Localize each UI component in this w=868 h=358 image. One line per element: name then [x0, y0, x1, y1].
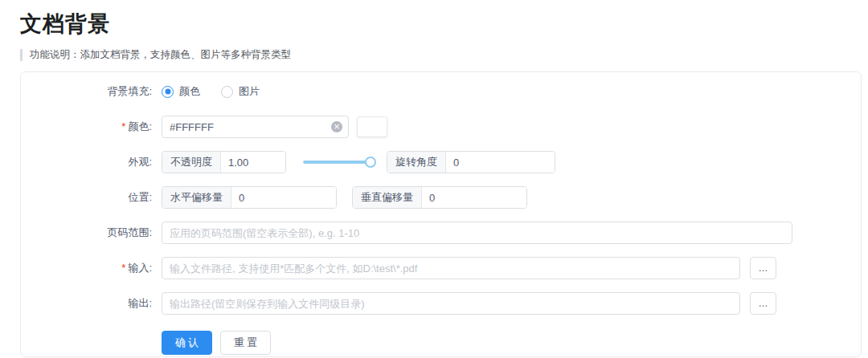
- rotation-input[interactable]: [446, 152, 555, 173]
- opacity-prepend-label: 不透明度: [162, 152, 221, 173]
- color-input[interactable]: [162, 116, 349, 138]
- output-file-browse-button[interactable]: …: [750, 292, 776, 315]
- appearance-label: 外观:: [21, 155, 162, 169]
- rotation-input-group: 旋转角度: [387, 151, 555, 173]
- form-actions: 确认 重置: [162, 331, 861, 355]
- radio-color-option[interactable]: 颜色: [162, 84, 200, 99]
- opacity-input[interactable]: [221, 152, 285, 173]
- position-label: 位置:: [21, 190, 162, 205]
- row-position: 位置: 水平偏移量 垂直偏移量: [21, 185, 861, 210]
- color-swatch[interactable]: [357, 116, 387, 137]
- row-page-range: 页码范围:: [21, 221, 861, 245]
- page-container: 文档背景 功能说明：添加文档背景，支持颜色、图片等多种背景类型 背景填充: 颜色…: [0, 0, 868, 357]
- confirm-button[interactable]: 确认: [162, 331, 212, 355]
- radio-image-option[interactable]: 图片: [221, 84, 260, 99]
- input-file-path-input[interactable]: [162, 257, 740, 279]
- radio-color-label: 颜色: [179, 84, 200, 99]
- slider-track: [303, 161, 371, 164]
- opacity-input-group: 不透明度: [162, 151, 286, 173]
- row-background-fill: 背景填充: 颜色 图片: [21, 79, 861, 104]
- row-output-file: 输出: …: [21, 291, 861, 315]
- vertical-offset-input[interactable]: [422, 187, 526, 208]
- output-file-label: 输出:: [21, 296, 162, 311]
- opacity-slider[interactable]: [303, 156, 371, 169]
- background-fill-label: 背景填充:: [21, 84, 162, 99]
- reset-button[interactable]: 重置: [220, 331, 271, 355]
- page-range-input[interactable]: [162, 222, 792, 244]
- vertical-offset-label: 垂直偏移量: [353, 187, 422, 208]
- input-file-label: *输入:: [21, 261, 162, 275]
- horizontal-offset-group: 水平偏移量: [162, 186, 337, 209]
- output-file-path-input[interactable]: [162, 292, 740, 315]
- radio-unselected-icon: [221, 86, 233, 98]
- feature-description: 功能说明：添加文档背景，支持颜色、图片等多种背景类型: [20, 49, 862, 61]
- required-asterisk: *: [121, 262, 125, 274]
- vertical-offset-group: 垂直偏移量: [352, 186, 527, 209]
- horizontal-offset-input[interactable]: [231, 187, 336, 208]
- slider-handle[interactable]: [365, 157, 376, 168]
- row-appearance: 外观: 不透明度 旋转角度: [21, 150, 861, 174]
- radio-selected-icon: [162, 86, 174, 98]
- page-title: 文档背景: [20, 10, 862, 39]
- rotation-prepend-label: 旋转角度: [387, 152, 446, 173]
- slider-fill: [303, 161, 371, 164]
- color-label: *颜色:: [21, 120, 162, 134]
- page-range-label: 页码范围:: [21, 226, 162, 240]
- required-asterisk: *: [121, 120, 125, 132]
- input-file-browse-button[interactable]: …: [750, 257, 776, 279]
- row-input-file: *输入: …: [21, 256, 861, 280]
- radio-image-label: 图片: [239, 84, 260, 99]
- horizontal-offset-label: 水平偏移量: [162, 187, 231, 208]
- clear-icon[interactable]: ×: [331, 121, 342, 132]
- form-card: 背景填充: 颜色 图片 *颜色: ×: [20, 71, 862, 357]
- row-color: *颜色: ×: [21, 115, 861, 139]
